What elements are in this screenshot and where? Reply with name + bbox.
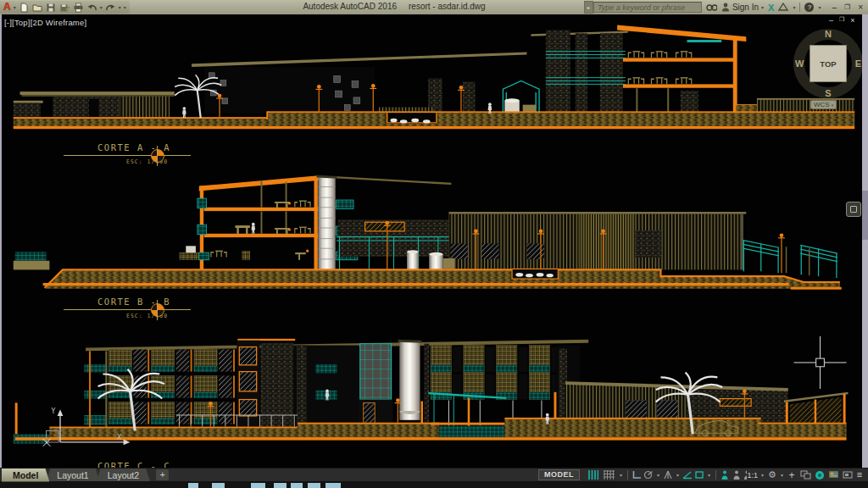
restore-button[interactable]: ❐	[844, 3, 850, 11]
window-title: Autodesk AutoCAD 2016resort - asdar.id.d…	[254, 2, 534, 11]
a360-icon[interactable]	[778, 3, 788, 13]
a360-caret-icon[interactable]: ▾	[793, 5, 795, 10]
hardware-acceleration-icon[interactable]	[826, 469, 841, 481]
exchange-apps-icon[interactable]: X	[768, 3, 774, 13]
section-a-title: CORTE A - A	[97, 142, 192, 152]
section-b-title: CORTE B - B	[97, 297, 192, 307]
annotation-visibility-icon[interactable]	[720, 469, 730, 481]
redo-caret-icon[interactable]: ▾	[119, 5, 121, 10]
taskbar-icon-fragment	[308, 483, 320, 488]
qat-customize-caret-icon[interactable]: ▾	[124, 5, 126, 10]
plot-icon[interactable]	[73, 3, 84, 13]
model-space-toggle[interactable]: MODEL	[538, 469, 580, 480]
save-icon[interactable]	[46, 3, 57, 13]
wcs-caret-icon: ▾	[832, 103, 834, 108]
search-go-icon[interactable]: ▸	[584, 1, 593, 14]
object-snap-tracking-icon[interactable]	[682, 469, 693, 481]
object-snap-icon[interactable]	[694, 469, 704, 481]
taskbar-icon-fragment	[291, 483, 303, 488]
minimize-button[interactable]: –	[832, 3, 837, 12]
graphics-performance-icon[interactable]	[815, 469, 825, 481]
section-label-c: CORTE C - C	[64, 461, 192, 468]
help-caret-icon[interactable]: ▾	[818, 5, 821, 10]
tab-layout2[interactable]: Layout2	[97, 469, 150, 482]
titlebar: A ▾ ▾ ▾ ▾ Autodesk AutoCAD 2016resort - …	[0, 0, 868, 15]
undo-icon[interactable]	[86, 3, 97, 13]
save-as-icon[interactable]	[59, 3, 70, 13]
viewcube-south[interactable]: S	[825, 88, 831, 98]
help-icon[interactable]: ?	[804, 3, 814, 12]
drawing-area[interactable]: Y X [-][Top][2D Wireframe] – ❐ × N S W E…	[0, 14, 868, 468]
status-bar: MODEL ▾ ▾ ▾ ▾ 1:1 ▾ ⚙ ▾ +	[538, 469, 868, 482]
scale-caret-icon[interactable]: ▾	[760, 472, 765, 478]
customization-menu-icon[interactable]: ≡	[854, 469, 865, 481]
tab-layout1[interactable]: Layout1	[46, 469, 99, 482]
snap-mode-icon[interactable]	[586, 469, 600, 481]
autocad-menu-caret-icon[interactable]: ▾	[14, 5, 16, 10]
new-file-icon[interactable]	[19, 3, 30, 13]
tab-model[interactable]: Model	[2, 469, 49, 482]
section-marker-icon	[151, 303, 164, 317]
section-c-title: CORTE C - C	[97, 461, 192, 468]
status-plus-icon[interactable]: +	[787, 469, 797, 481]
wcs-menu[interactable]: WCS ▾	[810, 100, 837, 109]
clean-screen-icon[interactable]	[843, 469, 853, 481]
search-binoculars-icon[interactable]	[706, 3, 717, 13]
viewport-close-icon[interactable]: ×	[850, 16, 854, 25]
ortho-mode-icon[interactable]	[632, 469, 642, 481]
section-label-b: CORTE B - B ESC: 1/100	[64, 297, 192, 319]
svg-text:X: X	[117, 433, 122, 441]
sign-in-caret-icon[interactable]: ▾	[761, 5, 764, 10]
search-input[interactable]	[593, 2, 702, 13]
drawing-section-b	[14, 175, 842, 289]
viewport-restore-icon[interactable]: ❐	[839, 16, 844, 25]
taskbar-icon-fragment	[274, 483, 287, 488]
new-layout-button[interactable]: +	[156, 469, 169, 480]
quick-access-toolbar: A ▾ ▾ ▾ ▾	[0, 1, 130, 14]
layout-tabs: Model Layout1 Layout2 +	[0, 469, 169, 482]
grid-display-icon[interactable]	[602, 469, 616, 481]
sign-in-button[interactable]: Sign In ▾	[721, 3, 764, 12]
workspace-caret-icon[interactable]: ▾	[779, 472, 785, 478]
redo-icon[interactable]	[105, 3, 116, 13]
navigation-bar-button[interactable]	[846, 202, 861, 217]
drawing-canvas[interactable]: Y X	[0, 14, 868, 468]
polar-caret-icon[interactable]: ▾	[655, 472, 661, 478]
workspace-switching-icon[interactable]: ⚙	[767, 469, 777, 481]
viewport-controls-label[interactable]: [-][Top][2D Wireframe]	[4, 18, 86, 27]
viewcube-north[interactable]: N	[825, 29, 832, 39]
open-file-icon[interactable]	[32, 3, 43, 13]
taskbar-edge	[0, 481, 868, 488]
viewcube-east[interactable]: E	[855, 58, 861, 69]
autocad-menu-icon[interactable]: A	[3, 3, 11, 12]
annotation-scale-icon[interactable]: 1:1	[743, 469, 758, 481]
viewcube-top-face[interactable]: TOP	[810, 45, 847, 82]
drawing-section-c: Y X	[14, 336, 849, 446]
section-marker-icon	[151, 149, 164, 163]
viewcube[interactable]: N S W E TOP	[793, 29, 863, 98]
viewcube-west[interactable]: W	[795, 58, 804, 69]
taskbar-icon-fragment	[212, 483, 225, 488]
isolate-objects-icon[interactable]	[798, 469, 813, 481]
isodraft-caret-icon[interactable]: ▾	[675, 472, 681, 478]
section-label-a: CORTE A - A ESC: 1/100	[64, 142, 192, 165]
taskbar-icon-fragment	[251, 483, 265, 488]
viewport-minimize-icon[interactable]: –	[829, 16, 833, 25]
polar-tracking-icon[interactable]	[643, 469, 654, 481]
scrollbar-thumb[interactable]	[862, 191, 868, 240]
grid-caret-icon[interactable]: ▾	[618, 472, 624, 478]
isometric-drafting-icon[interactable]	[663, 469, 673, 481]
user-icon	[721, 3, 730, 12]
taskbar-icon-fragment	[188, 483, 198, 488]
taskbar-icon-fragment	[326, 483, 341, 488]
undo-caret-icon[interactable]: ▾	[100, 5, 103, 10]
close-button[interactable]: ×	[858, 3, 863, 12]
window-edge	[0, 14, 2, 468]
viewport-window-buttons: – ❐ ×	[829, 16, 855, 25]
osnap-caret-icon[interactable]: ▾	[706, 472, 712, 478]
wcs-label: WCS	[814, 101, 830, 108]
annotation-scale-value: 1:1	[747, 471, 758, 480]
vertical-scrollbar[interactable]	[862, 14, 868, 468]
annotation-autoscale-icon[interactable]	[732, 469, 742, 481]
drawing-section-a	[14, 25, 854, 130]
